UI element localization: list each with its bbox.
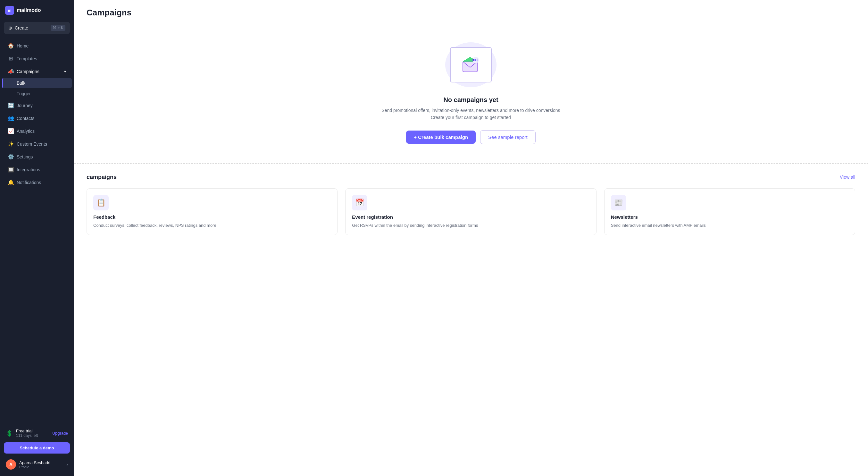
template-card-feedback: 📋 Feedback Conduct surveys, collect feed… [87, 188, 338, 235]
sidebar-item-home-label: Home [17, 43, 29, 49]
logo-icon: m [5, 6, 14, 15]
sidebar-item-contacts-label: Contacts [17, 116, 34, 121]
bulk-label: Bulk [17, 81, 25, 86]
create-button[interactable]: ⊕ Create ⌘ + K [4, 22, 70, 34]
avatar: A [6, 459, 16, 470]
templates-header: campaigns View all [87, 174, 855, 181]
template-card-newsletters: 📰 Newsletters Send interactive email new… [604, 188, 855, 235]
sidebar-item-contacts[interactable]: 👥 Contacts [2, 112, 72, 124]
sidebar-item-custom-events-label: Custom Events [17, 142, 47, 147]
sidebar-item-analytics[interactable]: 📈 Analytics [2, 125, 72, 137]
notifications-icon: 🔔 [8, 179, 13, 185]
empty-state-section: No campaigns yet Send promotional offers… [74, 23, 868, 163]
feedback-desc: Conduct surveys, collect feedback, revie… [93, 222, 331, 229]
newsletters-title: Newsletters [611, 214, 848, 220]
empty-desc-line1: Send promotional offers, invitation-only… [382, 108, 560, 113]
integrations-icon: 🔲 [8, 167, 13, 173]
user-sub: Profile [19, 465, 63, 469]
custom-events-icon: ✨ [8, 141, 13, 147]
sidebar-item-home[interactable]: 🏠 Home [2, 39, 72, 52]
event-registration-title: Event registration [352, 214, 589, 220]
settings-icon: ⚙️ [8, 154, 13, 160]
view-all-button[interactable]: View all [840, 175, 855, 180]
sidebar-sub-trigger[interactable]: Trigger [2, 89, 72, 99]
main-content: Campaigns No c [74, 0, 868, 476]
sidebar-item-templates-label: Templates [17, 56, 37, 61]
trial-text: Free trial 111 days left [16, 428, 49, 438]
sidebar-sub-bulk[interactable]: Bulk [2, 78, 72, 88]
create-bulk-campaign-button[interactable]: + Create bulk campaign [406, 130, 476, 144]
campaign-illustration-svg [460, 55, 482, 75]
sidebar-item-campaigns[interactable]: 📣 Campaigns ▾ [2, 65, 72, 78]
illustration-inner [450, 47, 492, 83]
user-info: Aparna Seshadri Profile [19, 460, 63, 469]
logo: m mailmodo [0, 0, 74, 21]
sidebar-item-campaigns-label: Campaigns [17, 69, 39, 74]
sidebar-item-notifications-label: Notifications [17, 180, 41, 185]
see-sample-report-button[interactable]: See sample report [480, 130, 536, 144]
home-icon: 🏠 [8, 43, 13, 49]
sidebar-item-settings-label: Settings [17, 154, 33, 159]
trigger-label: Trigger [17, 91, 31, 96]
feedback-title: Feedback [93, 214, 331, 220]
sidebar-bottom: 💲 Free trial 111 days left Upgrade Sched… [0, 422, 74, 476]
create-plus-icon: ⊕ [8, 25, 12, 30]
user-name: Aparna Seshadri [19, 460, 63, 465]
empty-state-title: No campaigns yet [443, 96, 498, 103]
templates-section-title: campaigns [87, 174, 117, 181]
sidebar-item-journey[interactable]: 🔄 Journey [2, 99, 72, 112]
page-header: Campaigns [74, 0, 868, 23]
sidebar-item-journey-label: Journey [17, 103, 33, 108]
template-card-event-registration: 📅 Event registration Get RSVPs within th… [345, 188, 596, 235]
schedule-demo-button[interactable]: Schedule a demo [4, 442, 70, 453]
feedback-icon: 📋 [93, 195, 108, 210]
empty-illustration [445, 42, 496, 87]
sidebar-item-analytics-label: Analytics [17, 129, 35, 134]
newsletters-icon: 📰 [611, 195, 626, 210]
trial-icon: 💲 [6, 430, 13, 437]
sidebar-item-custom-events[interactable]: ✨ Custom Events [2, 138, 72, 150]
event-registration-desc: Get RSVPs within the email by sending in… [352, 222, 589, 229]
journey-icon: 🔄 [8, 102, 13, 109]
newsletters-desc: Send interactive email newsletters with … [611, 222, 848, 229]
contacts-icon: 👥 [8, 115, 13, 121]
page-title: Campaigns [87, 8, 855, 18]
user-chevron-icon: › [66, 462, 68, 467]
sidebar-nav: 🏠 Home ⊞ Templates 📣 Campaigns ▾ Bulk Tr… [0, 38, 74, 422]
templates-section: campaigns View all 📋 Feedback Conduct su… [74, 163, 868, 246]
user-row[interactable]: A Aparna Seshadri Profile › [4, 457, 70, 472]
create-shortcut: ⌘ + K [51, 25, 65, 31]
trial-days: 111 days left [16, 433, 49, 438]
trial-label: Free trial [16, 428, 49, 433]
sidebar-item-integrations-label: Integrations [17, 167, 40, 172]
campaigns-icon: 📣 [8, 68, 13, 75]
trial-row: 💲 Free trial 111 days left Upgrade [4, 426, 70, 440]
upgrade-button[interactable]: Upgrade [52, 431, 68, 436]
campaigns-chevron-icon: ▾ [64, 69, 66, 74]
empty-state-desc: Send promotional offers, invitation-only… [382, 107, 560, 121]
svg-rect-3 [472, 59, 474, 61]
sidebar-item-integrations[interactable]: 🔲 Integrations [2, 163, 72, 176]
templates-icon: ⊞ [8, 56, 13, 62]
empty-desc-line2: Create your first campaign to get starte… [431, 115, 511, 120]
sidebar-item-notifications[interactable]: 🔔 Notifications [2, 176, 72, 188]
event-registration-icon: 📅 [352, 195, 367, 210]
empty-actions: + Create bulk campaign See sample report [406, 130, 535, 144]
logo-text: mailmodo [17, 7, 41, 13]
analytics-icon: 📈 [8, 128, 13, 134]
sidebar-item-templates[interactable]: ⊞ Templates [2, 52, 72, 65]
sidebar-item-settings[interactable]: ⚙️ Settings [2, 150, 72, 163]
create-label: Create [15, 25, 28, 30]
sidebar: m mailmodo ⊕ Create ⌘ + K 🏠 Home ⊞ Templ… [0, 0, 74, 476]
template-cards: 📋 Feedback Conduct surveys, collect feed… [87, 188, 855, 235]
